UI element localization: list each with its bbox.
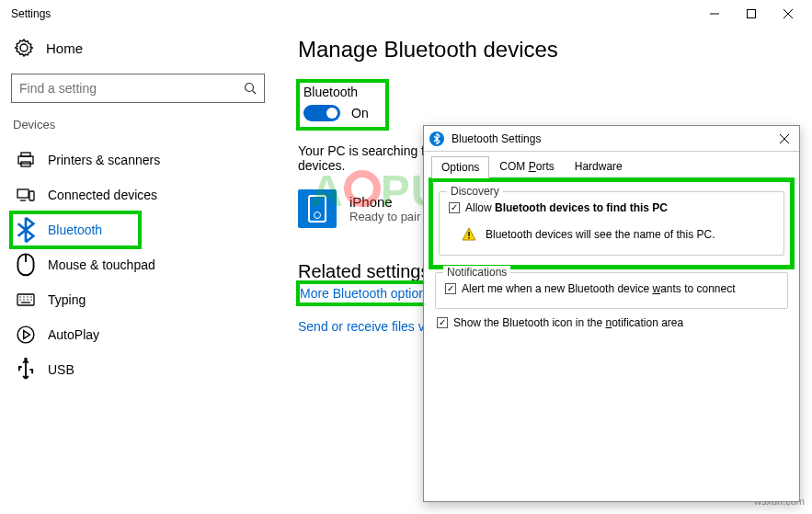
notifications-group-title: Notifications	[443, 266, 510, 279]
svg-point-24	[17, 326, 34, 343]
svg-point-18	[27, 296, 28, 297]
phone-icon	[298, 189, 337, 228]
discovery-group-title: Discovery	[447, 185, 503, 198]
close-button[interactable]	[770, 0, 806, 28]
dialog-tabs: Options COM Ports Hardware	[431, 155, 792, 178]
sidebar-item-mouse[interactable]: Mouse & touchpad	[11, 247, 265, 282]
page-title: Manage Bluetooth devices	[298, 37, 812, 63]
sidebar-item-usb[interactable]: USB	[11, 352, 265, 387]
maximize-button[interactable]	[733, 0, 770, 28]
svg-point-21	[23, 299, 24, 300]
alert-new-device-label: Alert me when a new Bluetooth device wan…	[462, 282, 736, 295]
sidebar-item-label: Bluetooth	[48, 223, 102, 237]
svg-rect-29	[468, 237, 469, 238]
bluetooth-label: Bluetooth	[303, 85, 369, 99]
svg-point-22	[27, 299, 28, 300]
alert-new-device-checkbox[interactable]: ✓ Alert me when a new Bluetooth device w…	[445, 282, 778, 295]
home-button[interactable]: Home	[11, 33, 265, 70]
titlebar: Settings	[0, 0, 812, 28]
keyboard-icon	[17, 291, 35, 308]
discovery-warning: Bluetooth devices will see the name of t…	[462, 227, 774, 242]
device-name: iPhone	[349, 194, 420, 210]
bluetooth-icon	[429, 131, 444, 146]
bluetooth-toggle[interactable]	[303, 105, 340, 121]
search-field[interactable]	[19, 81, 244, 96]
bluetooth-toggle-section: Bluetooth On	[298, 81, 387, 129]
svg-point-25	[24, 358, 27, 360]
svg-point-20	[19, 299, 20, 300]
show-tray-icon-checkbox[interactable]: ✓ Show the Bluetooth icon in the notific…	[437, 316, 786, 329]
sidebar-item-autoplay[interactable]: AutoPlay	[11, 317, 265, 352]
svg-rect-1	[748, 10, 756, 18]
window-title: Settings	[11, 7, 51, 20]
bluetooth-settings-dialog: Bluetooth Settings Options COM Ports Har…	[423, 125, 800, 502]
checkbox-icon: ✓	[437, 317, 448, 328]
warning-icon	[462, 227, 476, 242]
checkbox-icon: ✓	[449, 202, 460, 213]
bluetooth-toggle-state: On	[351, 106, 369, 120]
printer-icon	[17, 152, 35, 168]
show-tray-icon-label: Show the Bluetooth icon in the notificat…	[453, 316, 683, 329]
search-input[interactable]	[11, 74, 265, 103]
svg-line-5	[253, 91, 257, 95]
svg-point-23	[30, 299, 31, 300]
sidebar-item-printers[interactable]: Printers & scanners	[11, 143, 265, 177]
connected-devices-icon	[17, 187, 35, 203]
sidebar-item-label: Connected devices	[48, 188, 157, 202]
gear-icon	[15, 39, 33, 57]
device-status: Ready to pair	[349, 210, 420, 223]
home-label: Home	[46, 40, 83, 56]
tab-options[interactable]: Options	[431, 156, 489, 178]
bluetooth-icon	[17, 222, 35, 238]
sidebar-item-label: USB	[48, 362, 74, 377]
discovery-warning-text: Bluetooth devices will see the name of t…	[486, 228, 715, 241]
sidebar-item-label: AutoPlay	[48, 327, 99, 342]
more-bluetooth-options-link[interactable]: More Bluetooth options	[300, 286, 432, 301]
svg-rect-10	[29, 191, 34, 200]
sidebar-item-label: Printers & scanners	[48, 153, 160, 167]
section-label: Devices	[13, 118, 263, 131]
minimize-button[interactable]	[696, 0, 733, 28]
checkbox-icon: ✓	[445, 283, 456, 294]
usb-icon	[17, 361, 35, 378]
tab-com-ports[interactable]: COM Ports	[489, 155, 564, 177]
mouse-icon	[17, 257, 35, 273]
sidebar-item-typing[interactable]: Typing	[11, 282, 265, 317]
search-icon	[244, 82, 257, 95]
svg-point-4	[246, 84, 254, 92]
dialog-titlebar: Bluetooth Settings	[424, 126, 799, 152]
dialog-close-button[interactable]	[775, 130, 794, 148]
svg-rect-7	[21, 153, 30, 156]
svg-point-16	[19, 296, 20, 297]
tab-hardware[interactable]: Hardware	[565, 155, 633, 177]
sidebar-item-label: Typing	[48, 292, 86, 307]
sidebar-item-bluetooth[interactable]: Bluetooth	[11, 212, 140, 247]
svg-rect-9	[17, 189, 29, 198]
discovery-group: Discovery ✓ Allow Bluetooth devices to f…	[439, 191, 784, 256]
svg-rect-28	[468, 232, 469, 236]
allow-discovery-checkbox[interactable]: ✓ Allow Bluetooth devices to find this P…	[449, 201, 774, 214]
sidebar-item-connected[interactable]: Connected devices	[11, 177, 265, 212]
notifications-group: Notifications ✓ Alert me when a new Blue…	[435, 272, 788, 309]
allow-discovery-label: Allow Bluetooth devices to find this PC	[465, 201, 668, 214]
autoplay-icon	[17, 326, 35, 343]
dialog-title: Bluetooth Settings	[452, 132, 775, 145]
svg-point-19	[30, 296, 31, 297]
sidebar: Home Devices Printers & scanners Connect…	[0, 28, 276, 514]
sidebar-item-label: Mouse & touchpad	[48, 257, 155, 272]
svg-point-17	[23, 296, 24, 297]
